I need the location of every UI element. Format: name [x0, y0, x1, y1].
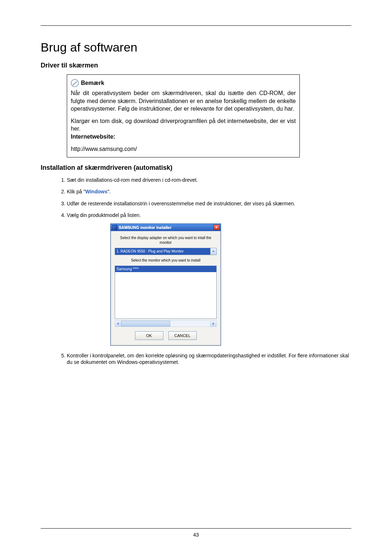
- note-label: Bemærk: [81, 79, 104, 87]
- monitor-list-selected[interactable]: Samsung ****: [115, 266, 216, 272]
- note-box: Bemærk Når dit operativsystem beder om s…: [67, 74, 300, 157]
- page-number: 43: [0, 532, 392, 538]
- step-2: Klik på "Windows".: [67, 188, 351, 195]
- note-pencil-icon: [71, 79, 79, 87]
- dialog-caption-1: Select the display adapter on which you …: [115, 235, 217, 245]
- adapter-combobox-selected: 1. RADEON 9550 : Plug and Play Monitor: [115, 248, 210, 255]
- page: Brug af softwaren Driver til skærmen Bem…: [0, 0, 392, 554]
- note-paragraph-2: Klargør en tom disk, og download driverp…: [71, 117, 296, 133]
- section-driver-heading: Driver til skærmen: [41, 62, 351, 69]
- dialog-caption-2: Select the monitor which you want to ins…: [115, 258, 217, 263]
- step-4: Vælg din produktmodel på listen. SAMSUNG…: [67, 212, 351, 346]
- page-title: Brug af softwaren: [41, 40, 351, 54]
- step-4-text: Vælg din produktmodel på listen.: [67, 212, 141, 218]
- scroll-right-button[interactable]: [210, 321, 216, 327]
- step-1: Sæt din installations-cd-rom med drivere…: [67, 177, 351, 183]
- chevron-right-icon: [212, 322, 215, 325]
- dialog-app-icon: [112, 225, 117, 230]
- monitor-listbox[interactable]: Samsung ****: [115, 266, 217, 319]
- chevron-down-icon: [212, 250, 215, 253]
- section-install-heading: Installation af skærmdriveren (automatis…: [41, 164, 351, 172]
- step-1-text: Sæt din installations-cd-rom med drivere…: [67, 177, 198, 183]
- dialog-button-row: OK CANCEL: [115, 331, 217, 340]
- ok-button[interactable]: OK: [135, 331, 163, 340]
- step-5: Kontroller i kontrolpanelet, om den korr…: [67, 352, 351, 365]
- dialog-body: Select the display adapter on which you …: [111, 231, 221, 345]
- step-2-windows: Windows: [85, 189, 107, 194]
- ok-button-label: OK: [146, 333, 152, 338]
- step-5-text: Kontroller i kontrolpanelet, om den korr…: [67, 353, 349, 365]
- combobox-arrow[interactable]: [210, 248, 216, 255]
- cancel-button[interactable]: CANCEL: [168, 331, 197, 340]
- step-3-text: Udfør de resterende installationstrin i …: [67, 201, 295, 206]
- scroll-thumb[interactable]: [121, 321, 170, 327]
- install-steps: Sæt din installations-cd-rom med drivere…: [54, 177, 351, 365]
- step-3: Udfør de resterende installationstrin i …: [67, 200, 351, 207]
- dialog-titlebar: SAMSUNG monitor installer ×: [111, 224, 221, 231]
- chevron-left-icon: [117, 322, 119, 325]
- close-icon: ×: [215, 225, 217, 229]
- horizontal-scrollbar[interactable]: [115, 320, 217, 327]
- installer-dialog: SAMSUNG monitor installer × Select the d…: [110, 223, 221, 346]
- note-internet-label: Internetwebsite:: [71, 133, 296, 141]
- installer-dialog-screenshot: SAMSUNG monitor installer × Select the d…: [110, 223, 351, 346]
- step-2-text-c: ".: [107, 189, 111, 194]
- dialog-title: SAMSUNG monitor installer: [119, 225, 171, 230]
- scroll-track[interactable]: [121, 321, 210, 327]
- close-button[interactable]: ×: [213, 225, 220, 230]
- dialog-title-left: SAMSUNG monitor installer: [112, 225, 171, 230]
- bottom-rule: [41, 528, 351, 529]
- cancel-button-label: CANCEL: [174, 333, 191, 338]
- note-url: http://www.samsung.com/: [71, 145, 296, 153]
- step-2-text-a: Klik på ": [67, 189, 85, 194]
- top-rule: [41, 25, 351, 26]
- note-paragraph-1: Når dit operativsystem beder om skærmdri…: [71, 89, 296, 113]
- adapter-combobox[interactable]: 1. RADEON 9550 : Plug and Play Monitor: [115, 248, 217, 255]
- note-head: Bemærk: [71, 79, 296, 87]
- scroll-left-button[interactable]: [115, 321, 121, 327]
